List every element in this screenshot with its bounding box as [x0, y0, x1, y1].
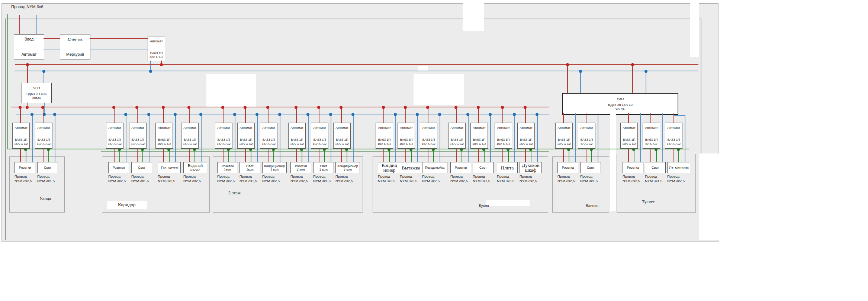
breaker-title: Автомат	[15, 123, 28, 130]
wire	[251, 149, 251, 162]
wire	[114, 107, 115, 123]
wire	[26, 149, 26, 162]
wire	[7, 149, 689, 149]
breaker-model: ВА63 1П	[623, 138, 636, 142]
white-patch	[463, 0, 484, 31]
load-box: Кондиционер1 ком	[262, 162, 287, 173]
wire	[628, 148, 629, 162]
breaker-title: Автомат	[217, 123, 230, 130]
wire	[189, 148, 190, 162]
load-box: Свет	[131, 162, 152, 173]
breaker-title: Автомат	[183, 123, 196, 130]
load-label: Свет	[138, 166, 145, 169]
wire-spec: NYM 3x1,5	[239, 179, 257, 183]
wire	[405, 107, 406, 123]
wire-spec-label: ПроводNYM 3x2,5	[400, 174, 417, 183]
breaker-title: Автомат	[313, 123, 326, 130]
wire	[428, 107, 428, 123]
wire-spec: NYM 3x1,5	[645, 179, 662, 183]
breaker-box: АвтоматВА63 1П16А С С2	[665, 123, 682, 149]
breaker-title: Автомат	[623, 123, 636, 130]
wire-spec: NYM 3x1,5	[37, 179, 55, 183]
junction-dot	[579, 70, 582, 73]
wire	[27, 65, 28, 83]
breaker-model: ВА63 1П	[336, 138, 348, 142]
junction-dot	[135, 106, 138, 109]
wire	[43, 107, 44, 123]
wire	[650, 113, 651, 123]
wire	[569, 149, 569, 162]
breaker-title: Автомат	[37, 123, 50, 130]
breaker-rating: 6А С С2	[581, 142, 592, 149]
breaker-box: АвтоматВА63 1П16А С С2	[517, 123, 535, 149]
breaker-model: ВА63 1П	[314, 138, 326, 142]
wire-word: Провод	[313, 174, 331, 179]
load-label: Кондиционер	[337, 164, 358, 168]
wire-word: Провод	[183, 174, 201, 179]
load-box: Посудомойка	[422, 162, 447, 173]
wire-spec-label: ПроводNYM 3x2,5	[108, 174, 126, 183]
wire-word: Провод	[378, 174, 395, 179]
breaker-title: Автомат	[645, 123, 658, 130]
load-box: Ст. машина	[667, 162, 690, 173]
wire-spec: NYM 3x2,5	[623, 179, 640, 183]
load-label: Свет	[246, 164, 254, 168]
wire	[685, 116, 685, 162]
wire-spec: NYM 3x2,5	[557, 179, 575, 183]
wire-word: Провод	[335, 174, 353, 179]
main-breaker-model: ВА63 1П	[150, 51, 163, 55]
wire	[389, 149, 390, 162]
wire	[15, 71, 698, 71]
wire	[395, 114, 396, 162]
load-label: Ст. машина	[669, 165, 689, 170]
breaker-model: ВА63 1П	[291, 138, 303, 142]
wire	[678, 149, 679, 162]
wire	[90, 38, 148, 39]
wire-word: Провод	[450, 174, 468, 179]
wire-word: Провод	[217, 174, 235, 179]
wire	[353, 114, 354, 162]
breaker-title: Автомат	[108, 123, 121, 130]
breaker-box: АвтоматВА63 1П16А С С2	[181, 123, 199, 149]
breaker-box: АвтоматВА63 1П16А С С2	[288, 123, 306, 149]
breaker-rating: 16А С С2	[422, 142, 435, 149]
wire	[525, 148, 526, 162]
wire	[478, 148, 479, 162]
wire-spec-label: ПроводNYM 3x1,5	[580, 174, 598, 183]
junction-dot	[329, 113, 332, 116]
wire-word: Провод	[400, 174, 417, 179]
load-label: ионер	[383, 168, 396, 172]
group-label: Кухня	[479, 204, 489, 208]
white-patch	[206, 74, 256, 107]
wire	[90, 49, 148, 49]
wire	[149, 114, 150, 162]
wire	[440, 114, 440, 162]
breaker-model: ВА63 1П	[473, 138, 486, 142]
load-label: Розетка	[562, 166, 574, 169]
wire	[341, 107, 342, 123]
breaker-rating: 10А С С2	[37, 142, 51, 149]
breaker-box: АвтоматВА63 1П16А С С2	[495, 123, 512, 149]
breaker-rating: 10А С С2	[622, 142, 636, 149]
breaker-rating: 16А С С2	[399, 142, 413, 149]
wire-word: Провод	[580, 174, 598, 179]
junction-dot	[351, 113, 354, 116]
intro-line2: Автомат	[22, 52, 37, 57]
wire	[646, 71, 646, 93]
junction-dot	[416, 113, 419, 116]
junction-dot	[30, 113, 33, 116]
breaker-title: Автомат	[497, 123, 510, 130]
breaker-model: ВА63 1П	[497, 138, 510, 142]
breaker-box: АвтоматВА63 1П10А С С2	[237, 123, 255, 149]
load-label: Розетки	[295, 164, 307, 168]
junction-dot	[513, 113, 516, 116]
main-breaker-title: Автомат	[150, 36, 163, 43]
breaker-box: АвтоматВА63 1П16А С С2	[376, 123, 393, 149]
energy-meter-box: Счетчик Меркурий	[60, 35, 90, 59]
breaker-rating: 16А С С2	[667, 142, 681, 149]
wire-word: Провод	[667, 174, 685, 179]
junction-dot	[501, 106, 504, 109]
wire	[195, 149, 195, 162]
load-box: Кондиционер	[378, 162, 401, 173]
wire	[484, 149, 485, 162]
